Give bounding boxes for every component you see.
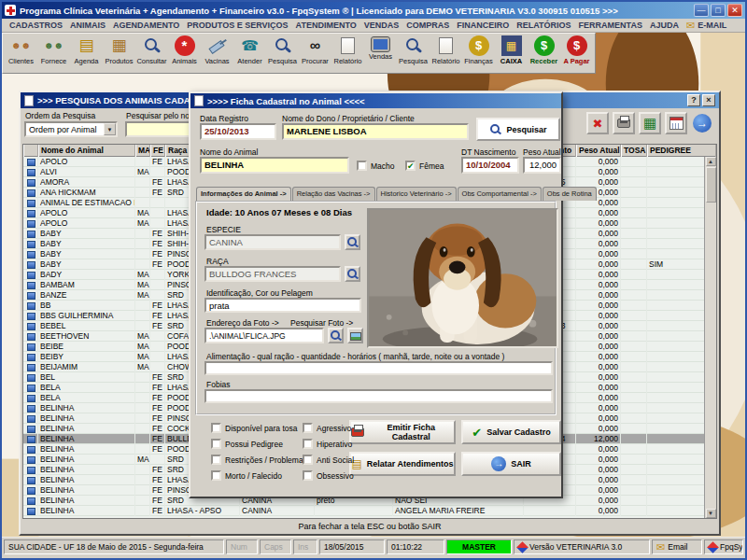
maximize-button[interactable]: □ [711,4,726,17]
toolbar-button-pesquisa[interactable]: Pesquisa [397,35,430,72]
photo-view-button[interactable] [347,328,363,343]
button-calendar-icon[interactable] [665,112,687,134]
tab-rela-o-das-vacinas[interactable]: Relação das Vacinas -> [292,187,375,201]
close-button[interactable]: ✕ [727,4,742,17]
menu-item-compras[interactable]: COMPRAS [402,21,453,30]
tab-obs-comportamental[interactable]: Obs Comportamental -> [458,187,542,201]
checkbox-restri-es-problemas[interactable]: Restrições / Problemas [211,455,307,465]
species-search-button[interactable] [345,234,360,250]
checkbox-dispon-vel-para-tosa[interactable]: Disponível para tosa [211,423,298,433]
weight-field[interactable]: 12,000 [523,157,561,174]
menu-item-produtos-e-servi-os[interactable]: PRODUTOS E SERVIÇOS [183,21,291,30]
toolbar-button-a-pagar[interactable]: $A Pagar [560,35,593,72]
animal-dialog-titlebar[interactable]: >>>> Ficha Cadastral no Animal <<<< [190,93,561,108]
owner-field[interactable]: MARLENE LISBOA [282,123,469,140]
checkbox-morto-falecido[interactable]: Morto / Falecido [211,470,282,481]
close-search-button[interactable]: × [702,94,715,106]
toolbar-button-vendas[interactable]: Vendas [364,35,397,72]
scrollbar-thumb[interactable] [706,167,716,203]
weight-label: Peso Atual [523,147,561,157]
menu-item-agendamento[interactable]: AGENDAMENTO [109,21,183,30]
checkbox-label: Possui Pedigree [225,440,283,449]
table-row[interactable]: BELINHAFELHASA - APSOCANINAANGELA MARIA … [23,506,716,516]
button-print-icon[interactable] [613,112,635,134]
menu-email[interactable]: ✉E-MAIL [683,21,730,30]
minimize-button[interactable]: — [694,4,709,17]
checkbox-label: Agressivo [317,424,351,433]
column-header-peso-atual[interactable]: Peso Atual [576,145,621,157]
menu-item-vendas[interactable]: VENDAS [360,21,403,30]
app-titlebar[interactable]: Programa Clínica Veterinária + Agendamen… [2,2,745,19]
button-delete-icon[interactable]: ✖ [586,112,609,134]
toolbar-button-clientes[interactable]: ☻☻Clientes [5,35,37,72]
checkbox-agressivo[interactable]: Agressivo [303,423,351,433]
femea-checkbox[interactable]: Fêmea [405,161,444,171]
data-registro-field[interactable]: 25/10/2013 [200,123,276,140]
column-header-ma[interactable]: MA [135,145,150,157]
toolbar-button-fornece[interactable]: ☻☻Fornece [37,35,70,72]
identification-field[interactable]: prata [204,298,361,313]
menu-item-animais[interactable]: ANIMAIS [66,21,109,30]
menu-item-ajuda[interactable]: AJUDA [646,21,683,30]
email-icon: ✉ [686,21,695,30]
column-header-tosa[interactable]: TOSA [621,145,647,157]
toolbar-button-relat-rio[interactable]: Relatório [430,35,462,72]
macho-checkbox[interactable]: Macho [357,161,395,171]
column-header-nome-do-animal[interactable]: Nome do Animal [38,145,135,157]
chevron-down-icon[interactable]: ▼ [104,123,116,135]
toolbar-button-finan-as[interactable]: $Finanças [462,35,495,72]
column-header-blank-0[interactable] [23,145,38,157]
toolbar-button-consultar[interactable]: Consultar [135,35,168,72]
column-header-pedigree[interactable]: PEDIGREE [647,145,716,157]
tab-historico-veterin-rio[interactable]: Historico Veterinário -> [376,187,457,201]
animal-record-icon [27,374,35,382]
animal-name-field[interactable]: BELINHA [200,157,349,174]
birthdate-field[interactable]: 10/10/2004 [461,157,519,174]
salvar-cadastro-button[interactable]: ✔ Salvar Cadastro [461,420,561,444]
menu-item-relat-rios[interactable]: RELATÓRIOS [513,21,574,30]
order-select[interactable]: Ordem por Animal ▼ [24,121,118,137]
toolbar-button-pesquisa[interactable]: Pesquisa [266,35,299,72]
toolbar-button-receber[interactable]: $Receber [528,35,560,72]
breed-search-button[interactable] [345,266,360,282]
toolbar-button-animais[interactable]: *Animais [168,35,201,72]
checkbox-possui-pedigree[interactable]: Possui Pedigree [211,439,283,449]
button-export-icon[interactable]: ▦ [639,112,661,134]
toolbar-button-vacinas[interactable]: Vacinas [201,35,233,72]
photo-search-button[interactable] [328,328,344,343]
sair-button[interactable]: → SAIR [461,452,561,476]
status-ins-text: Ins [298,542,308,552]
pesquisar-owner-button[interactable]: Pesquisar [476,118,560,141]
scroll-up-icon[interactable]: ▲ [706,157,716,166]
checkbox-anti-social[interactable]: Anti Social [303,455,354,465]
photo-path-field[interactable]: .\ANIMAL\FLICA.JPG [204,328,324,343]
button-exit-icon[interactable]: → [691,112,713,134]
tab-obs-de-rotina[interactable]: Obs de Rotina [543,187,597,201]
toolbar-button-caixa[interactable]: ▦CAIXA [495,35,528,72]
emitir-ficha-button[interactable]: Emitir Ficha Cadastral [349,420,456,444]
checkbox-box [211,455,221,465]
checkbox-hiperativo[interactable]: Hiperativo [303,439,352,449]
relatar-atendimentos-button[interactable]: ▤ Relatar Atendimentos [349,452,456,476]
tab-informa-es-do-animal[interactable]: Informações do Animal -> [196,187,291,201]
food-field[interactable] [204,361,553,375]
breed-field[interactable]: BULLDOG FRANCES [204,266,341,282]
toolbar-button-produtos[interactable]: ▦Produtos [103,35,135,72]
toolbar-button-relat-rio[interactable]: Relatório [331,35,364,72]
toolbar-button-atender[interactable]: ☎Atender [233,35,266,72]
menu-item-atendimento[interactable]: ATENDIMENTO [292,21,360,30]
checkbox-obsessivo[interactable]: Obsessivo [303,470,354,481]
checkbox-label: Morto / Falecido [225,471,282,481]
phobias-field[interactable] [204,389,553,403]
toolbar-button-agenda[interactable]: ▤Agenda [70,35,103,72]
column-header-fe[interactable]: FE [150,145,165,157]
species-field[interactable]: CANINA [204,234,341,250]
scroll-down-icon[interactable]: ▼ [706,509,716,518]
toolbar-button-procurar[interactable]: ∞Procurar [299,35,331,72]
menu-item-ferramentas[interactable]: FERRAMENTAS [575,21,646,30]
menu-item-financeiro[interactable]: FINANCEIRO [453,21,513,30]
help-button[interactable]: ? [687,94,700,106]
vertical-scrollbar[interactable]: ▲ ▼ [704,157,716,518]
exit-arrow-icon: → [491,456,506,471]
menu-item-cadastros[interactable]: CADASTROS [6,21,66,30]
